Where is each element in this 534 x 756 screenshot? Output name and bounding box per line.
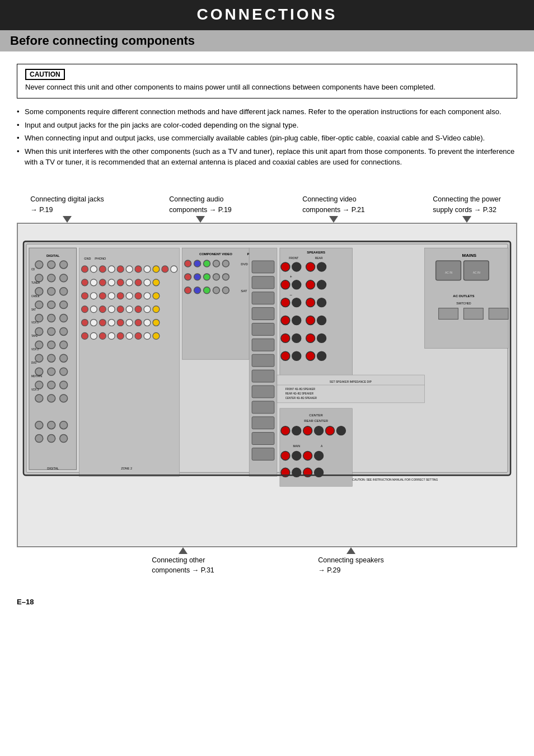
svg-point-43 bbox=[60, 434, 68, 442]
svg-point-178 bbox=[135, 279, 142, 286]
svg-text:+: + bbox=[290, 275, 292, 279]
svg-point-39 bbox=[48, 421, 55, 429]
svg-point-163 bbox=[99, 266, 106, 273]
svg-point-101 bbox=[281, 334, 290, 342]
svg-point-41 bbox=[35, 434, 43, 442]
svg-point-37 bbox=[60, 395, 68, 402]
svg-point-137 bbox=[326, 426, 335, 435]
svg-text:VCR 3: VCR 3 bbox=[31, 388, 39, 391]
svg-point-201 bbox=[99, 319, 106, 326]
svg-text:–: – bbox=[290, 292, 292, 296]
svg-text:DVD: DVD bbox=[241, 262, 248, 266]
svg-point-89 bbox=[281, 280, 290, 289]
svg-point-22 bbox=[60, 327, 68, 335]
svg-point-30 bbox=[48, 368, 55, 375]
svg-point-143 bbox=[303, 451, 312, 460]
svg-text:ZONE 2: ZONE 2 bbox=[121, 467, 132, 470]
svg-point-104 bbox=[292, 351, 301, 360]
label-speakers: Connecting speakers→ P.29 bbox=[301, 547, 401, 575]
svg-point-52 bbox=[194, 260, 201, 267]
svg-text:VCR 2: VCR 2 bbox=[31, 348, 39, 351]
svg-point-26 bbox=[35, 354, 43, 362]
svg-point-193 bbox=[108, 306, 115, 312]
svg-point-55 bbox=[222, 260, 229, 267]
bullet-list: Some components require different connec… bbox=[17, 106, 517, 168]
svg-point-180 bbox=[153, 279, 160, 286]
svg-point-172 bbox=[81, 279, 88, 286]
svg-point-28 bbox=[60, 354, 68, 362]
label-video-components: Connecting videocomponents → P.21 bbox=[289, 194, 378, 222]
svg-point-171 bbox=[171, 266, 177, 273]
svg-rect-76 bbox=[252, 354, 274, 367]
svg-rect-77 bbox=[252, 370, 274, 382]
svg-point-167 bbox=[135, 266, 142, 273]
arrow-audio-down bbox=[196, 216, 205, 223]
svg-point-16 bbox=[60, 300, 68, 308]
page-number: E–18 bbox=[17, 598, 34, 606]
svg-text:GND: GND bbox=[84, 257, 91, 260]
svg-point-32 bbox=[35, 381, 43, 389]
svg-text:AC IN: AC IN bbox=[473, 271, 481, 274]
svg-point-179 bbox=[144, 279, 151, 286]
arrow-video-down bbox=[329, 216, 338, 223]
svg-point-25 bbox=[60, 341, 68, 349]
svg-point-64 bbox=[204, 287, 210, 293]
svg-point-184 bbox=[108, 292, 115, 299]
svg-point-134 bbox=[292, 426, 301, 435]
svg-point-96 bbox=[317, 280, 326, 289]
svg-rect-75 bbox=[252, 339, 274, 351]
svg-point-34 bbox=[60, 381, 68, 389]
label-power-cords: Connecting the powersupply cords → P.32 bbox=[422, 194, 512, 222]
svg-text:DIGITAL: DIGITAL bbox=[47, 467, 59, 470]
svg-point-58 bbox=[194, 274, 201, 280]
bullet-item-2: Input and output jacks for the pin jacks… bbox=[17, 120, 517, 131]
svg-point-112 bbox=[317, 351, 326, 360]
svg-point-59 bbox=[204, 274, 210, 280]
svg-point-65 bbox=[213, 287, 219, 293]
svg-point-190 bbox=[81, 306, 88, 312]
svg-text:REAR CENTER: REAR CENTER bbox=[304, 419, 328, 422]
svg-point-54 bbox=[213, 260, 219, 267]
svg-point-166 bbox=[126, 266, 133, 273]
svg-point-9 bbox=[48, 274, 55, 282]
svg-text:FRONT: FRONT bbox=[289, 257, 298, 260]
svg-point-62 bbox=[185, 287, 191, 293]
arrow-digital-down bbox=[63, 216, 72, 223]
svg-point-86 bbox=[281, 262, 290, 271]
svg-point-141 bbox=[281, 451, 290, 460]
svg-text:TUNER: TUNER bbox=[31, 281, 40, 284]
svg-point-138 bbox=[336, 426, 345, 435]
svg-point-142 bbox=[292, 451, 301, 460]
svg-point-90 bbox=[292, 280, 301, 289]
svg-point-164 bbox=[108, 266, 115, 273]
svg-point-174 bbox=[99, 279, 106, 286]
svg-point-181 bbox=[81, 292, 88, 299]
svg-point-109 bbox=[306, 334, 315, 342]
svg-point-33 bbox=[48, 381, 55, 389]
svg-point-211 bbox=[108, 332, 115, 339]
svg-point-135 bbox=[303, 426, 312, 435]
label-audio-components: Connecting audiocomponents → P.19 bbox=[156, 194, 245, 222]
svg-point-110 bbox=[317, 334, 326, 342]
svg-point-87 bbox=[292, 262, 301, 271]
svg-point-19 bbox=[60, 314, 68, 322]
svg-point-5 bbox=[35, 261, 43, 269]
svg-point-199 bbox=[81, 319, 88, 326]
svg-point-107 bbox=[306, 316, 315, 325]
svg-point-188 bbox=[144, 292, 151, 299]
svg-point-205 bbox=[135, 319, 142, 326]
svg-point-144 bbox=[315, 451, 324, 460]
svg-text:SAT: SAT bbox=[241, 289, 247, 292]
svg-point-200 bbox=[90, 319, 97, 326]
svg-text:CD: CD bbox=[31, 268, 35, 271]
svg-point-53 bbox=[204, 260, 210, 267]
section-heading: Before connecting components bbox=[10, 34, 195, 48]
svg-text:REAR: REAR bbox=[315, 257, 323, 260]
arrow-speakers-up bbox=[346, 547, 355, 554]
svg-point-24 bbox=[48, 341, 55, 349]
label-digital-jacks: Connecting digital jacks→ P.19 bbox=[22, 194, 112, 222]
svg-rect-127 bbox=[439, 308, 458, 319]
svg-text:VCR 1: VCR 1 bbox=[31, 321, 39, 324]
svg-point-212 bbox=[117, 332, 124, 339]
bullet-item-1: Some components require different connec… bbox=[17, 106, 517, 118]
